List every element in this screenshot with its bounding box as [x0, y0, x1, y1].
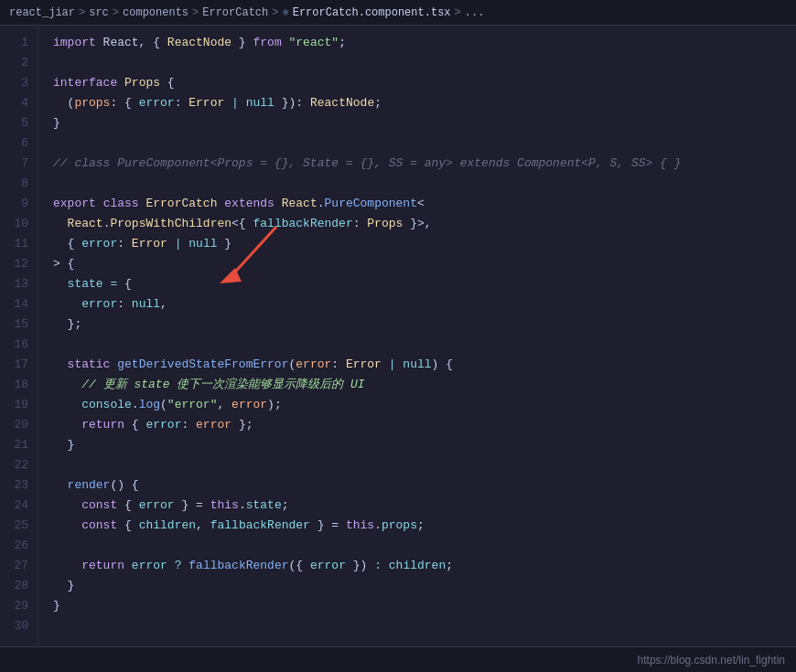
code-line: console.log("error", error); [53, 395, 781, 415]
breadcrumb-item[interactable]: src [89, 6, 109, 19]
code-line: error: null, [53, 294, 781, 315]
code-line: render() { [53, 475, 781, 496]
code-line: return { error: error }; [53, 415, 781, 435]
code-line [53, 455, 781, 475]
breadcrumb-sep: > [455, 6, 461, 19]
code-area: 1 2 3 4 5 6 7 8 9 10 11 12 13 14 15 16 1… [0, 26, 796, 646]
code-line: (props: { error: Error | null }): ReactN… [53, 93, 781, 113]
code-line: } [53, 576, 781, 596]
code-line: export class ErrorCatch extends React.Pu… [53, 194, 781, 214]
line-numbers: 1 2 3 4 5 6 7 8 9 10 11 12 13 14 15 16 1… [0, 26, 38, 646]
breadcrumb-item[interactable]: ErrorCatch [202, 6, 268, 19]
breadcrumb-sep: > [113, 6, 119, 19]
breadcrumb-sep: > [272, 6, 278, 19]
code-line: static getDerivedStateFromError(error: E… [53, 355, 781, 375]
breadcrumb-item[interactable]: components [123, 6, 188, 19]
breadcrumb-sep: > [79, 6, 85, 19]
code-line: } [53, 596, 781, 616]
code-content: import React, { ReactNode } from "react"… [38, 26, 796, 646]
code-line [53, 536, 781, 556]
bottom-bar: https://blog.csdn.net/lin_fightin [0, 646, 796, 672]
code-line [53, 335, 781, 355]
breadcrumb: react_jiar > src > components > ErrorCat… [0, 0, 796, 26]
code-line [53, 616, 781, 636]
code-line: interface Props { [53, 73, 781, 93]
code-line: > { [53, 254, 781, 274]
code-line: import React, { ReactNode } from "react"… [53, 33, 781, 53]
code-line: const { children, fallbackRender } = thi… [53, 516, 781, 536]
code-line: // 更新 state 使下一次渲染能够显示降级后的 UI [53, 375, 781, 395]
code-line: } [53, 113, 781, 133]
code-line: React.PropsWithChildren<{ fallbackRender… [53, 214, 781, 234]
breadcrumb-active[interactable]: ErrorCatch.component.tsx [293, 6, 451, 19]
code-line: { error: Error | null } [53, 234, 781, 254]
code-line: const { error } = this.state; [53, 496, 781, 516]
breadcrumb-ellipsis: ... [465, 6, 485, 19]
code-line [53, 133, 781, 154]
breadcrumb-sep: > [192, 6, 199, 19]
code-line: // class PureComponent<Props = {}, State… [53, 154, 781, 174]
watermark: https://blog.csdn.net/lin_fightin [638, 654, 785, 667]
code-line [53, 53, 781, 73]
code-line [53, 174, 781, 194]
breadcrumb-item[interactable]: react_jiar [9, 6, 75, 19]
code-line: }; [53, 315, 781, 335]
code-line: state = { [53, 274, 781, 294]
file-icon: ⚛ [282, 5, 288, 19]
code-line: } [53, 435, 781, 455]
code-line: return error ? fallbackRender({ error })… [53, 556, 781, 576]
